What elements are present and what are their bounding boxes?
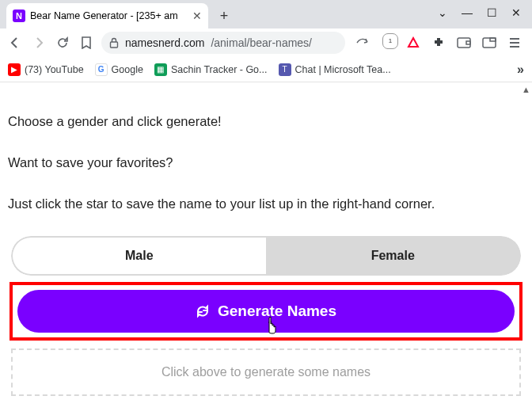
gender-toggle: Male Female [11,236,521,276]
tab-title: Bear Name Generator - [235+ am [30,10,188,21]
browser-tab[interactable]: N Bear Name Generator - [235+ am ✕ [6,3,208,29]
window-maximize-icon[interactable]: ☐ [487,6,497,19]
gender-label: Male [125,246,154,265]
teams-icon: T [279,63,291,76]
triangle-icon[interactable] [405,35,421,51]
svg-rect-1 [458,38,470,48]
new-tab-button[interactable]: + [213,5,235,27]
bookmark-teams[interactable]: T Chat | Microsoft Tea... [279,63,391,76]
share-icon[interactable] [355,35,370,51]
forward-button[interactable] [30,34,48,51]
generate-button-label: Generate Names [218,303,336,320]
menu-icon[interactable] [507,35,522,51]
gender-option-male[interactable]: Male [11,236,267,276]
titlebar: N Bear Name Generator - [235+ am ✕ + ⌄ —… [0,0,532,29]
placeholder-text: Click above to generate some names [162,363,370,381]
svg-rect-4 [490,38,496,41]
intro-text-3: Just click the star to save the name to … [8,195,524,214]
bookmarks-overflow[interactable]: » [517,63,524,77]
url-host: namesnerd.com [125,36,204,49]
close-tab-icon[interactable]: ✕ [192,10,202,22]
intro-text-2: Want to save your favorites? [8,154,524,173]
site-favicon: N [13,10,25,22]
sheets-icon: ▦ [154,63,167,76]
reading-list-icon[interactable] [481,35,497,51]
window-close-icon[interactable]: ✕ [511,6,521,19]
google-icon: G [95,63,108,76]
bookmark-label: Chat | Microsoft Tea... [295,64,391,75]
annotation-highlight: Generate Names [10,282,522,341]
bookmark-google[interactable]: G Google [95,63,143,76]
window-dropdown-icon[interactable]: ⌄ [438,6,447,19]
browser-toolbar: namesnerd.com/animal/bear-names/ 1 [0,29,532,57]
bookmark-label: Sachin Tracker - Go... [171,64,268,75]
refresh-icon [196,304,210,318]
bookmark-youtube[interactable]: ▶ (73) YouTube [8,63,84,76]
reload-button[interactable] [54,34,71,51]
bookmark-sheets[interactable]: ▦ Sachin Tracker - Go... [154,63,268,76]
extensions-icon[interactable] [431,35,446,51]
gender-label: Female [371,246,415,265]
svg-rect-3 [483,38,496,48]
url-path: /animal/bear-names/ [211,36,312,49]
back-button[interactable] [6,34,24,51]
bookmarks-bar: ▶ (73) YouTube G Google ▦ Sachin Tracker… [0,57,532,82]
page-content: ▲ Choose a gender and click generate! Wa… [0,82,532,415]
results-placeholder: Click above to generate some names [11,348,521,396]
address-bar[interactable]: namesnerd.com/animal/bear-names/ [101,32,345,54]
bookmark-label: (73) YouTube [25,64,84,75]
bookmark-label: Google [112,64,143,75]
scroll-up-arrow[interactable]: ▲ [522,84,530,97]
window-minimize-icon[interactable]: — [462,6,473,19]
youtube-icon: ▶ [8,63,21,76]
intro-text-1: Choose a gender and click generate! [8,112,524,131]
generate-names-button[interactable]: Generate Names [17,290,515,333]
window-controls: ⌄ — ☐ ✕ [427,0,532,25]
bookmark-button[interactable] [78,34,95,51]
svg-rect-2 [466,41,470,44]
wallet-icon[interactable] [456,35,472,51]
brave-shield-icon[interactable]: 1 [380,35,396,51]
svg-rect-0 [111,42,118,48]
lock-icon [109,37,119,48]
gender-option-female[interactable]: Female [267,236,522,276]
